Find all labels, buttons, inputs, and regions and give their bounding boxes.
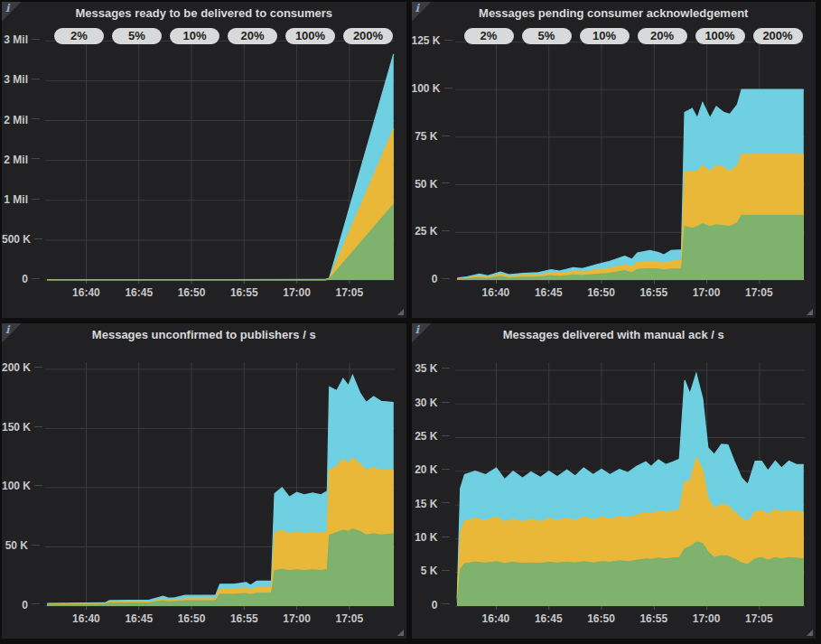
y-tick-label: 30 K [412,397,450,409]
info-icon[interactable]: i [2,323,21,342]
chart-area[interactable] [45,362,395,606]
y-tick-label: 500 K [2,233,40,246]
x-tick-label: 17:05 [330,612,369,625]
y-tick-label: 0 [2,273,40,285]
y-tick-label: 100 K [412,82,450,95]
x-tick-label: 16:40 [476,612,516,625]
panel-title[interactable]: Messages delivered with manual ack / s [412,328,816,341]
y-tick-label: 20 K [412,463,450,476]
y-tick-label: 50 K [2,539,40,552]
info-icon-glyph: i [5,2,10,14]
x-tick-label: 16:50 [582,286,621,299]
badge-10pct[interactable]: 10% [170,28,219,44]
y-tick-label: 200 K [2,361,40,374]
badge-200pct[interactable]: 200% [753,28,803,44]
y-tick-label: 1 Mil [2,193,40,206]
resize-handle[interactable] [807,309,813,315]
x-tick-label: 16:55 [634,612,674,625]
x-tick-label: 17:05 [739,612,779,625]
stacked-area-svg [45,362,395,611]
y-tick-label: 5 K [412,565,450,577]
panel-title[interactable]: Messages ready to be delivered to consum… [2,6,406,20]
badge-200pct[interactable]: 200% [343,28,393,44]
y-tick-label: 2 Mil [2,154,40,166]
x-tick-label: 16:50 [172,612,211,625]
chart-area[interactable] [455,36,805,280]
y-tick-label: 35 K [412,362,450,375]
chart-area[interactable] [455,362,805,606]
x-tick-label: 16:50 [582,612,621,625]
y-tick-label: 100 K [2,480,40,492]
y-tick-label: 25 K [412,225,450,238]
y-tick-label: 10 K [412,531,450,544]
x-tick-label: 16:45 [528,612,568,625]
threshold-badges: 2% 5% 10% 20% 100% 200% [464,28,803,44]
badge-5pct[interactable]: 5% [522,28,572,44]
y-tick-label: 50 K [412,178,450,191]
threshold-badges: 2% 5% 10% 20% 100% 200% [54,28,393,44]
badge-20pct[interactable]: 20% [228,28,277,44]
x-tick-label: 16:40 [66,286,106,299]
badge-2pct[interactable]: 2% [54,28,104,44]
x-tick-label: 16:50 [172,286,211,299]
stacked-area-svg [45,36,395,285]
info-icon-glyph: i [415,2,420,14]
panel-title[interactable]: Messages unconfirmed to publishers / s [2,328,406,341]
x-tick-label: 16:40 [66,612,106,625]
x-tick-label: 17:00 [686,612,726,625]
info-icon[interactable]: i [2,2,21,21]
x-tick-label: 16:55 [634,286,674,299]
y-tick-label: 0 [412,273,450,285]
info-icon-glyph: i [415,323,420,336]
stacked-area-svg [455,362,805,611]
badge-5pct[interactable]: 5% [112,28,162,44]
info-icon[interactable]: i [412,2,431,21]
dashboard-grid: i Messages ready to be delivered to cons… [0,0,817,640]
resize-handle[interactable] [397,309,404,315]
panel-messages-pending-ack: i Messages pending consumer acknowledgem… [412,2,816,318]
y-tick-label: 150 K [2,421,40,434]
chart-area[interactable] [45,36,395,280]
badge-2pct[interactable]: 2% [464,28,514,44]
panel-messages-ready: i Messages ready to be delivered to cons… [2,2,406,318]
stacked-area-svg [455,36,805,285]
y-tick-label: 25 K [412,430,450,443]
badge-20pct[interactable]: 20% [638,28,687,44]
y-tick-label: 15 K [412,498,450,510]
x-tick-label: 17:05 [330,286,369,299]
y-tick-label: 2 Mil [2,114,40,126]
x-tick-label: 17:05 [739,286,779,299]
y-tick-label: 125 K [412,34,450,47]
x-tick-label: 16:45 [119,286,159,299]
y-tick-label: 3 Mil [2,73,40,86]
x-tick-label: 16:55 [224,286,264,299]
y-tick-label: 75 K [412,130,450,143]
panel-messages-delivered-ack: i Messages delivered with manual ack / s… [412,323,816,639]
y-tick-label: 3 Mil [2,33,40,46]
x-tick-label: 16:45 [528,286,568,299]
resize-handle[interactable] [397,630,404,636]
badge-100pct[interactable]: 100% [695,28,745,44]
x-tick-label: 16:55 [224,612,264,625]
x-tick-label: 17:00 [277,286,317,299]
info-icon[interactable]: i [412,323,431,342]
x-tick-label: 17:00 [686,286,726,299]
badge-100pct[interactable]: 100% [285,28,335,44]
badge-10pct[interactable]: 10% [580,28,630,44]
x-tick-label: 16:40 [476,286,516,299]
panel-title[interactable]: Messages pending consumer acknowledgemen… [412,6,816,20]
info-icon-glyph: i [5,323,10,336]
resize-handle[interactable] [807,630,813,636]
x-tick-label: 16:45 [119,612,159,625]
y-tick-label: 0 [2,599,40,611]
x-tick-label: 17:00 [277,612,317,625]
y-tick-label: 0 [412,599,450,611]
panel-messages-unconfirmed: i Messages unconfirmed to publishers / s… [2,323,406,639]
